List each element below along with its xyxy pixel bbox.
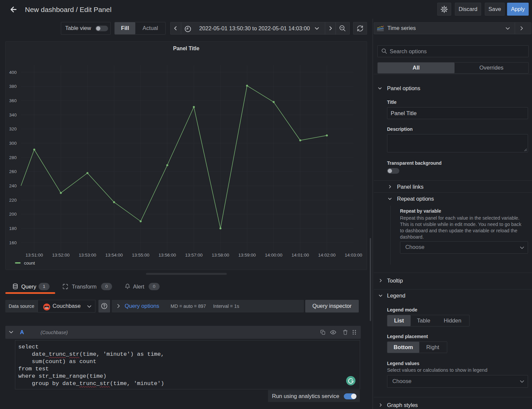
svg-text:400: 400 bbox=[9, 70, 17, 75]
svg-text:340: 340 bbox=[9, 112, 17, 117]
svg-text:220: 220 bbox=[9, 198, 17, 203]
svg-text:13:54:00: 13:54:00 bbox=[105, 253, 123, 258]
svg-text:14:00:00: 14:00:00 bbox=[265, 253, 283, 258]
svg-text:280: 280 bbox=[9, 155, 17, 160]
svg-text:14:02:00: 14:02:00 bbox=[318, 253, 336, 258]
svg-text:13:55:00: 13:55:00 bbox=[132, 253, 150, 258]
svg-text:14:01:00: 14:01:00 bbox=[292, 253, 309, 258]
svg-text:160: 160 bbox=[9, 240, 17, 245]
svg-text:360: 360 bbox=[9, 98, 17, 103]
svg-text:14:03:00: 14:03:00 bbox=[345, 253, 362, 258]
svg-text:13:51:00: 13:51:00 bbox=[26, 253, 43, 258]
svg-text:count: count bbox=[24, 261, 35, 266]
svg-text:13:57:00: 13:57:00 bbox=[185, 253, 203, 258]
svg-text:300: 300 bbox=[9, 141, 17, 146]
svg-text:320: 320 bbox=[9, 126, 17, 131]
svg-text:13:59:00: 13:59:00 bbox=[238, 253, 256, 258]
svg-text:380: 380 bbox=[9, 84, 17, 89]
svg-text:180: 180 bbox=[9, 226, 17, 231]
svg-text:13:58:00: 13:58:00 bbox=[212, 253, 229, 258]
svg-text:13:53:00: 13:53:00 bbox=[79, 253, 96, 258]
svg-text:240: 240 bbox=[9, 183, 17, 188]
svg-text:13:52:00: 13:52:00 bbox=[52, 253, 70, 258]
svg-text:260: 260 bbox=[9, 169, 17, 174]
svg-text:13:56:00: 13:56:00 bbox=[159, 253, 176, 258]
svg-text:200: 200 bbox=[9, 212, 17, 217]
